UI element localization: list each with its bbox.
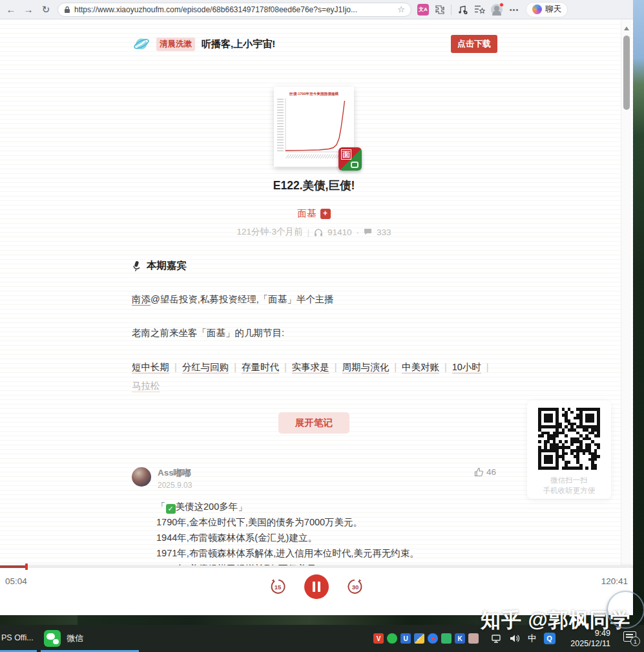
ime-indicator[interactable]: 中 [528,633,537,644]
watermark-cat-avatar [608,592,643,627]
comment-line: 1790年,金本位时代下,美国的债务为7000万美元。 [156,514,496,530]
download-button[interactable]: 点击下载 [451,35,497,53]
comment-bubble-icon [364,228,372,236]
translate-extension-icon[interactable]: 文A [417,4,429,16]
media-control-icon[interactable] [457,5,468,15]
episode-link[interactable]: 短中长期 [132,362,169,373]
svg-text:30: 30 [352,584,359,591]
episode-link[interactable]: 周期与演化 [342,362,390,373]
episode-link[interactable]: 实事求是 [292,362,329,373]
taskbar-app-wechat[interactable]: 微信 [44,630,83,647]
clock-date: 2025/12/11 [570,638,610,649]
comment-date: 2025.9.03 [158,481,192,490]
link-separator: | [234,362,236,372]
toolbar-divider [451,5,452,15]
podcast-row: 面基 + [120,207,508,220]
microphone-icon [132,260,141,271]
follow-plus-button[interactable]: + [320,209,331,219]
tray-blurred-icon[interactable] [468,633,479,644]
episode-link[interactable]: 中美对账 [402,362,439,373]
screen: ← → ↻ https://www.xiaoyuzhoufm.com/episo… [0,0,644,652]
scrollbar-thumb[interactable] [623,36,630,110]
tray-sogou-icon[interactable]: V [373,633,384,644]
podcast-name-link[interactable]: 面基 [298,207,317,220]
page-scrollbar[interactable] [621,20,631,565]
profile-notification-dot [499,3,504,7]
progress-handle[interactable] [25,563,28,570]
system-tray: V U ✓ K [373,633,479,644]
commenter-avatar[interactable] [132,467,151,487]
thumb-up-icon [474,467,484,477]
history-line: 老南之前来坐客「面基」的几期节目: [132,326,496,340]
site-slogan: 听播客,上小宇宙! [202,38,275,50]
lock-icon [64,6,70,14]
like-button[interactable]: 46 [474,467,496,477]
content-column: 清晨洗漱 听播客,上小宇宙! 点击下载 巨债:1790年至今美国国债规模 面 E… [120,20,508,565]
qr-card: 微信扫一扫 手机收听更方便 [527,401,611,499]
play-count: 91410 [327,227,352,237]
tray-wechat-icon[interactable] [387,633,397,644]
copilot-chat-button[interactable]: 聊天 [526,2,568,17]
favorites-list-icon[interactable] [474,5,485,14]
taskbar-app-wps[interactable]: PS Offi... [1,633,34,642]
copilot-label: 聊天 [545,4,561,15]
tray-u-shield-icon[interactable]: U [400,633,411,644]
profile-avatar-icon[interactable] [491,4,503,16]
comment-line: 1971年,布雷顿森林体系解体,进入信用本位时代,美元再无约束。 [156,545,496,561]
commenter-name[interactable]: Ass嘟嘟 [158,467,192,479]
volume-icon[interactable] [510,634,521,643]
episode-link[interactable]: 存量时代 [242,362,279,373]
comment-item: Ass嘟嘟 2025.9.03 46 「✓美债这200多年」 1790年,金本位… [132,467,496,565]
forward-30-button[interactable]: 30 [346,577,365,596]
progress-track[interactable] [0,565,633,568]
tray-q-icon[interactable]: Q [544,633,556,644]
link-separator: | [284,362,287,372]
url-text[interactable]: https://www.xiaoyuzhoufm.com/episode/68b… [74,5,393,14]
refresh-icon[interactable]: ↻ [40,3,52,17]
browser-toolbar: ← → ↻ https://www.xiaoyuzhoufm.com/episo… [0,0,633,19]
rewind-15-button[interactable]: 15 [268,577,287,596]
comment-lines: 1790年,金本位时代下,美国的债务为7000万美元。1944年,布雷顿森林体系… [156,514,496,565]
comment-line: 1944年,布雷顿森林体系(金汇兑)建立。 [156,530,496,545]
pause-button[interactable] [304,574,329,599]
link-separator: | [444,362,447,372]
tray-defender-icon[interactable]: ✓ [414,633,424,644]
copilot-icon [532,5,542,14]
tray-compass-icon[interactable] [428,633,438,644]
link-separator: | [486,362,489,372]
episode-cover[interactable]: 巨债:1790年至今美国国债规模 面 [274,87,354,167]
guest-intro: 南添@望岳投资,私募投资经理,「面基」半个主播 [132,292,496,306]
episode-meta: 121分钟·3个月前 | 91410 · 333 [120,226,508,238]
episode-links-line1: 短中长期|分红与回购|存量时代|实事求是|周期与演化|中美对账|10小时 [132,362,481,372]
mianji-podcast-logo: 面 [338,147,362,171]
forward-icon[interactable]: → [23,3,34,17]
cover-chart-title: 巨债:1790年至今美国国债规模 [289,92,338,96]
back-icon[interactable]: ← [5,3,17,17]
tray-green-app-icon[interactable] [441,633,452,644]
guest-name-link[interactable]: 南添 [132,294,151,306]
link-separator: | [335,362,337,372]
wechat-label: 微信 [67,633,83,644]
scroll-up-arrow[interactable] [624,26,629,30]
tray-k-app-icon[interactable]: K [455,633,465,644]
bookmark-star-icon[interactable]: ☆ [397,5,405,14]
comment-count: 333 [377,227,391,237]
address-bar[interactable]: https://www.xiaoyuzhoufm.com/episode/68b… [57,3,411,17]
episode-link[interactable]: 分红与回购 [182,362,229,373]
episode-links: 短中长期|分红与回购|存量时代|实事求是|周期与演化|中美对账|10小时| 马拉… [132,358,496,395]
network-icon[interactable] [491,634,503,644]
xiaoyuzhou-planet-logo[interactable] [133,36,150,52]
qr-caption: 微信扫一扫 手机收听更方便 [534,475,604,496]
more-menu-icon[interactable]: ••• [508,3,520,17]
episode-link-wrapped[interactable]: 马拉松 [132,381,160,392]
duration-age-text: 121分钟·3个月前 [236,226,302,238]
extensions-puzzle-icon[interactable] [435,5,445,15]
qr-pattern [538,408,600,470]
system-indicators: 中 Q [491,633,556,644]
guests-section-heading: 本期嘉宾 [132,259,508,273]
notification-badge: 1 [630,636,640,646]
wechat-icon [44,630,61,647]
episode-link[interactable]: 10小时 [452,362,481,373]
episode-title: E122.美债,巨债! [120,178,508,193]
expand-notes-button[interactable]: 展开笔记 [278,412,349,434]
